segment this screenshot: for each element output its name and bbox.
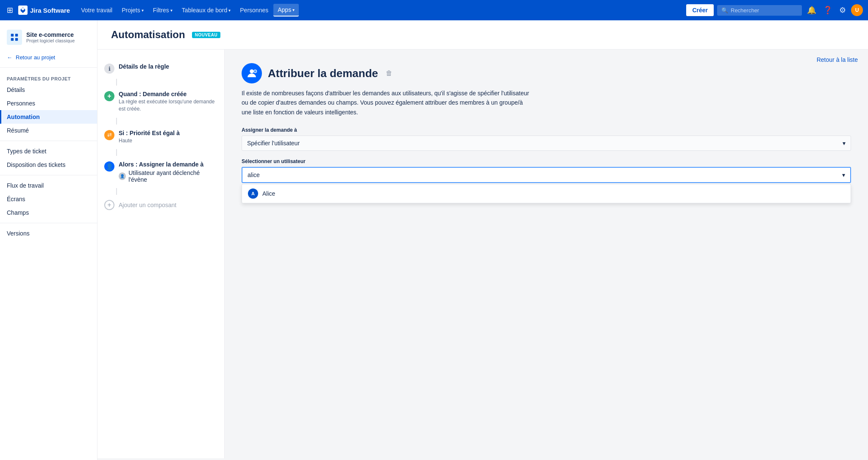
- step-content-alors: Alors : Assigner la demande à 👤 Utilisat…: [119, 161, 216, 183]
- sidebar-item-champs[interactable]: Champs: [0, 206, 97, 219]
- assign-form-group: Assigner la demande à Spécifier l'utilis…: [242, 127, 851, 151]
- main-content: Automatisation NOUVEAU ℹ Détails de la r…: [97, 20, 868, 460]
- nav-filtres[interactable]: Filtres ▾: [149, 4, 177, 16]
- detail-panel: Retour à la liste → Attribuer la demande…: [225, 50, 868, 458]
- jira-logo[interactable]: Jira Software: [18, 6, 70, 15]
- action-description: Il existe de nombreuses façons d'attribu…: [242, 89, 530, 117]
- step-alors-title: Alors : Assigner la demande à: [119, 161, 216, 168]
- avatar[interactable]: U: [851, 4, 863, 16]
- nav-apps[interactable]: Apps ▾: [273, 4, 299, 17]
- assign-chevron-icon: ▾: [843, 140, 846, 147]
- back-arrow-icon: ←: [7, 54, 12, 61]
- rule-step-details[interactable]: ℹ Détails de la règle: [97, 58, 224, 79]
- sidebar-item-versions[interactable]: Versions: [0, 227, 97, 240]
- sidebar-item-types-ticket[interactable]: Types de ticket: [0, 144, 97, 158]
- nav-personnes[interactable]: Personnes: [236, 4, 273, 16]
- step-icon-blue: 👤: [104, 161, 114, 172]
- step-quand-title: Quand : Demande créée: [119, 91, 216, 97]
- step-si-subtitle: Haute: [119, 137, 180, 144]
- page-title: Automatisation: [111, 29, 185, 41]
- svg-point-4: [250, 69, 253, 73]
- rule-step-quand[interactable]: + Quand : Demande créée La règle est exé…: [97, 86, 224, 118]
- divider-2: [0, 141, 97, 141]
- add-component-icon: +: [104, 200, 114, 210]
- step-alors-subinfo: 👤 Utilisateur ayant déclenché l'évène: [119, 169, 216, 183]
- step-icon-green: +: [104, 91, 114, 101]
- step-header-quand: + Quand : Demande créée La règle est exé…: [104, 91, 216, 113]
- user-input-value: alice: [248, 172, 260, 178]
- action-icon-large: →: [242, 63, 262, 83]
- back-to-list-link[interactable]: Retour à la liste: [817, 56, 858, 63]
- jira-logo-diamond: [18, 6, 28, 15]
- user-form-group: Sélectionner un utilisateur alice ▾ A Al…: [242, 158, 851, 203]
- nouveau-badge: NOUVEAU: [192, 32, 221, 38]
- trash-icon[interactable]: 🗑: [386, 69, 392, 77]
- project-type: Projet logiciel classique: [26, 38, 75, 43]
- add-component-label: Ajouter un composant: [119, 202, 176, 208]
- project-name: Site e-commerce: [26, 31, 75, 38]
- main-navigation: Votre travail Projets ▾ Filtres ▾ Tablea…: [77, 4, 681, 17]
- settings-icon[interactable]: ⚙: [837, 4, 848, 17]
- page-header: Automatisation NOUVEAU: [97, 20, 868, 50]
- nav-projets[interactable]: Projets ▾: [117, 4, 148, 16]
- rule-steps-panel: ℹ Détails de la règle + Quand :: [97, 50, 225, 458]
- search-placeholder: Rechercher: [731, 7, 759, 14]
- step-header-alors: 👤 Alors : Assigner la demande à 👤 Utilis…: [104, 161, 216, 183]
- sidebar-item-automation[interactable]: Automation: [0, 110, 97, 124]
- svg-text:→: →: [254, 71, 257, 73]
- step-alors-subtitle: Utilisateur ayant déclenché l'évène: [128, 169, 216, 183]
- step-icon-info: ℹ: [104, 64, 114, 74]
- notifications-icon[interactable]: 🔔: [805, 4, 818, 17]
- project-info: Site e-commerce Projet logiciel classiqu…: [0, 25, 97, 51]
- content-area: ℹ Détails de la règle + Quand :: [97, 50, 868, 458]
- step-header: ℹ Détails de la règle: [104, 63, 216, 74]
- jira-logo-text: Jira Software: [30, 7, 70, 14]
- sidebar-item-resume[interactable]: Résumé: [0, 124, 97, 137]
- projets-chevron: ▾: [142, 8, 144, 13]
- nav-tableaux[interactable]: Tableaux de bord ▾: [178, 4, 235, 16]
- svg-rect-1: [15, 34, 18, 36]
- section-label: Paramètres du projet: [0, 71, 97, 83]
- assign-dropdown[interactable]: Spécifier l'utilisateur ▾: [242, 136, 851, 151]
- nav-votre-travail[interactable]: Votre travail: [77, 4, 117, 16]
- svg-rect-3: [15, 38, 18, 41]
- step-header-si: ⇄ Si : Priorité Est égal à Haute: [104, 130, 216, 144]
- search-bar[interactable]: 🔍 Rechercher: [717, 5, 802, 16]
- top-navigation: ⊞ Jira Software Votre travail Projets ▾ …: [0, 0, 868, 20]
- rule-step-alors[interactable]: 👤 Alors : Assigner la demande à 👤 Utilis…: [97, 156, 224, 188]
- svg-rect-0: [11, 34, 14, 36]
- sidebar-item-flux[interactable]: Flux de travail: [0, 179, 97, 192]
- tableaux-chevron: ▾: [228, 8, 231, 13]
- alice-label: Alice: [262, 190, 275, 197]
- left-sidebar: Site e-commerce Projet logiciel classiqu…: [0, 20, 97, 460]
- app-layout: Site e-commerce Projet logiciel classiqu…: [0, 20, 868, 460]
- help-icon[interactable]: ❓: [821, 4, 834, 17]
- user-select-input[interactable]: alice ▾: [242, 167, 851, 183]
- project-details: Site e-commerce Projet logiciel classiqu…: [26, 31, 75, 43]
- back-to-project-label: Retour au projet: [16, 54, 55, 61]
- add-component-button[interactable]: + Ajouter un composant: [97, 195, 224, 215]
- detail-topbar: Retour à la liste: [817, 56, 858, 63]
- step-content: Détails de la règle: [119, 63, 169, 70]
- divider-3: [0, 175, 97, 175]
- sidebar-item-details[interactable]: Détails: [0, 83, 97, 97]
- sidebar-item-ecrans[interactable]: Écrans: [0, 192, 97, 206]
- user-label: Sélectionner un utilisateur: [242, 158, 851, 164]
- step-icon-orange: ⇄: [104, 130, 114, 140]
- sidebar-item-personnes[interactable]: Personnes: [0, 97, 97, 110]
- assign-value: Spécifier l'utilisateur: [247, 140, 300, 147]
- create-button[interactable]: Créer: [686, 4, 714, 16]
- grid-icon[interactable]: ⊞: [5, 4, 15, 17]
- divider-1: [0, 67, 97, 68]
- dropdown-item-alice[interactable]: A Alice: [242, 184, 851, 203]
- rule-step-si[interactable]: ⇄ Si : Priorité Est égal à Haute: [97, 125, 224, 150]
- user-dropdown-menu: A Alice: [242, 184, 851, 203]
- user-chevron-icon: ▾: [842, 172, 845, 178]
- filtres-chevron: ▾: [170, 8, 172, 13]
- sidebar-item-disposition[interactable]: Disposition des tickets: [0, 158, 97, 172]
- step-content-quand: Quand : Demande créée La règle est exécu…: [119, 91, 216, 113]
- action-title: Attribuer la demande: [268, 67, 378, 80]
- back-to-project[interactable]: ← Retour au projet: [0, 51, 97, 64]
- action-header: → Attribuer la demande 🗑: [242, 63, 851, 83]
- user-avatar-small: 👤: [119, 172, 126, 180]
